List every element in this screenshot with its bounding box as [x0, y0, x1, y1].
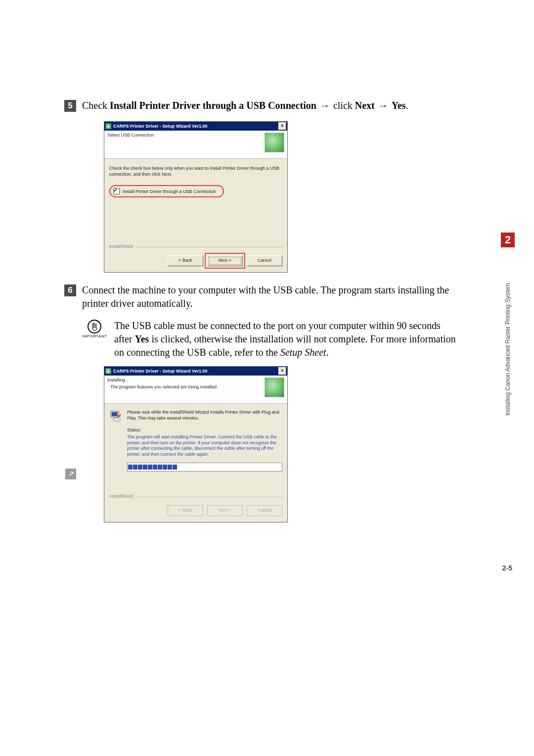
progress-segment	[163, 465, 167, 470]
page-number: 2-5	[502, 564, 512, 572]
close-button[interactable]: ×	[278, 122, 286, 130]
installer-icon	[105, 368, 111, 374]
step-number-badge: 5	[64, 100, 76, 112]
chapter-number-badge: 2	[501, 233, 515, 247]
step-5: 5 Check Install Printer Driver through a…	[64, 99, 460, 112]
close-button[interactable]: ×	[278, 367, 286, 375]
svg-rect-5	[113, 418, 120, 421]
computer-icon	[109, 410, 122, 423]
progress-segment	[128, 465, 133, 470]
progress-segment	[143, 465, 147, 470]
main-content: 5 Check Install Printer Driver through a…	[64, 99, 460, 533]
dialog-installing: CARPS Printer Driver - Setup Wizard Ver1…	[104, 366, 288, 522]
text-italic: Setup Sheet	[280, 347, 326, 358]
step-instruction: Connect the machine to your computer wit…	[82, 284, 460, 310]
chapter-title-vertical: Installing Canon Advanced Raster Printin…	[504, 252, 511, 416]
usb-checkbox-highlight: Install Printer Driver through a USB Con…	[109, 185, 224, 197]
step-instruction: Check Install Printer Driver through a U…	[82, 99, 460, 112]
progress-segment	[168, 465, 172, 470]
dialog-subtext: The program features you selected are be…	[110, 384, 262, 390]
checkbox-label: Install Printer Driver through a USB Con…	[123, 189, 216, 194]
please-wait-text: Please wait while the InstallShield Wiza…	[127, 410, 282, 421]
installer-icon	[105, 123, 111, 129]
dialog-body: Check the check box below only when you …	[104, 159, 287, 244]
dialog-subtitle: Select USB Connection	[107, 133, 262, 138]
status-message: The program will start installing Printe…	[127, 434, 282, 458]
please-wait-row: Please wait while the InstallShield Wiza…	[109, 410, 282, 423]
progress-segment	[158, 465, 162, 470]
text-segment: click	[331, 100, 355, 111]
dialog-header-text: Installing... The program features you s…	[107, 378, 262, 390]
progress-segment	[173, 465, 177, 470]
truncated-step-badge: ↗	[65, 469, 76, 479]
important-note: IMPORTANT The USB cable must be connecte…	[82, 319, 460, 359]
back-button[interactable]: < Back	[168, 255, 203, 266]
document-page: 5 Check Install Printer Driver through a…	[0, 0, 534, 756]
chapter-side-tab: 2 Installing Canon Advanced Raster Print…	[500, 233, 515, 421]
stop-hand-icon	[87, 319, 102, 334]
installshield-text: InstallShield	[109, 494, 135, 499]
text-segment: .	[406, 100, 408, 111]
arrow-icon: →	[377, 100, 389, 111]
brand-logo	[265, 378, 284, 397]
text-bold: Next	[355, 100, 375, 111]
progress-segment	[133, 465, 137, 470]
cancel-button: Cancel	[247, 505, 282, 516]
dialog-footer: InstallShield < Back Next > Cancel	[104, 494, 287, 522]
status-label: Status:	[127, 427, 282, 432]
text-bold: Yes	[392, 100, 406, 111]
dialog-footer: InstallShield < Back Next > Cancel	[104, 244, 287, 272]
dialog-header: Select USB Connection	[104, 131, 287, 159]
progress-segment	[138, 465, 142, 470]
usb-checkbox[interactable]	[113, 188, 120, 194]
text-bold: Install Printer Driver through a USB Con…	[110, 100, 316, 111]
next-button-label: Next >	[219, 258, 231, 263]
installshield-text: InstallShield	[109, 244, 135, 249]
step-6: 6 Connect the machine to your computer w…	[64, 284, 460, 310]
dialog-title-bar: CARPS Printer Driver - Setup Wizard Ver1…	[104, 367, 287, 376]
dialog-usb-connection: CARPS Printer Driver - Setup Wizard Ver1…	[104, 121, 288, 273]
dialog-header-text: Select USB Connection	[107, 133, 262, 140]
svg-point-1	[88, 320, 101, 333]
progress-segment	[153, 465, 157, 470]
next-button: Next >	[207, 505, 243, 516]
next-button[interactable]: Next >	[207, 255, 243, 266]
brand-logo	[265, 133, 284, 152]
installshield-brand: InstallShield	[109, 497, 282, 502]
instruction-text: Check the check box below only when you …	[109, 166, 282, 177]
text-bold: Yes	[135, 333, 149, 344]
dialog-title: CARPS Printer Driver - Setup Wizard Ver1…	[113, 369, 276, 374]
progress-bar	[127, 463, 282, 472]
text-segment	[375, 100, 377, 111]
important-label: IMPORTANT	[82, 334, 107, 338]
arrow-icon: →	[319, 100, 331, 111]
dialog-title-bar: CARPS Printer Driver - Setup Wizard Ver1…	[104, 122, 287, 131]
text-segment: .	[326, 347, 329, 358]
important-icon: IMPORTANT	[82, 319, 107, 338]
text-segment: Check	[82, 100, 110, 111]
dialog-header: Installing... The program features you s…	[104, 376, 287, 404]
progress-segment	[148, 465, 152, 470]
dialog-title: CARPS Printer Driver - Setup Wizard Ver1…	[113, 124, 276, 129]
installshield-brand: InstallShield	[109, 247, 282, 252]
dialog-body: Please wait while the InstallShield Wiza…	[104, 404, 287, 494]
dialog-button-row: < Back Next > Cancel	[109, 255, 282, 266]
dialog-subtitle: Installing...	[107, 378, 262, 382]
status-block: Status: The program will start installin…	[127, 427, 282, 472]
dialog-button-row: < Back Next > Cancel	[109, 505, 282, 516]
important-text: The USB cable must be connected to the p…	[114, 319, 460, 359]
step-number-badge: 6	[64, 284, 76, 296]
back-button: < Back	[168, 505, 203, 516]
cancel-button[interactable]: Cancel	[247, 255, 282, 266]
